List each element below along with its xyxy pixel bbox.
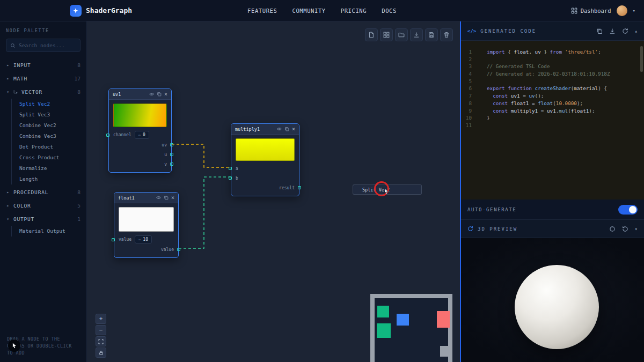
eye-icon[interactable]	[156, 195, 161, 200]
chevron-right-icon: ▸	[6, 190, 10, 195]
chevron-right-icon: ▸	[6, 63, 10, 68]
auto-generate-toggle[interactable]	[618, 205, 638, 215]
fit-view-button[interactable]	[96, 336, 106, 346]
value-input[interactable]: ↔ 10	[135, 235, 152, 243]
code-scrollbar[interactable]	[640, 46, 643, 72]
group-count: 1	[77, 216, 80, 222]
input-port-value[interactable]	[112, 238, 115, 241]
delete-button[interactable]	[440, 28, 453, 41]
input-port-channel[interactable]	[106, 134, 109, 137]
regenerate-code-button[interactable]	[622, 28, 628, 34]
download-button[interactable]	[410, 28, 423, 41]
wire-value-to-b	[179, 177, 231, 248]
node-multiply1-header[interactable]: multiply1 ×	[231, 124, 299, 135]
collapse-preview-chevron[interactable]: ▾	[635, 226, 638, 232]
output-label: result	[279, 186, 295, 190]
node-uv1-header[interactable]: uv1 ×	[109, 89, 171, 100]
download-code-button[interactable]	[609, 28, 616, 34]
palette-item-material-output[interactable]: Material Output	[19, 226, 80, 237]
generated-code-header: </> GENERATED CODE ▴	[461, 21, 644, 41]
nav-link-docs[interactable]: DOCS	[382, 8, 397, 14]
zoom-out-button[interactable]: −	[96, 325, 106, 335]
dashboard-label: Dashboard	[581, 8, 611, 14]
palette-group-output[interactable]: ▾OUTPUT1	[6, 212, 80, 226]
line-number: 3	[461, 63, 477, 70]
palette-group-math[interactable]: ▸MATH17	[6, 72, 80, 85]
zoom-in-button[interactable]: +	[96, 314, 106, 324]
eye-icon[interactable]	[277, 127, 282, 131]
chevron-down-icon[interactable]: ▾	[633, 8, 635, 13]
brand[interactable]: ShaderGraph	[70, 5, 132, 17]
palette-item-cross-product[interactable]: Cross Product	[19, 152, 80, 163]
copy-icon[interactable]	[164, 195, 169, 200]
preview-sphere	[515, 265, 599, 349]
save-button[interactable]	[425, 28, 438, 41]
palette-item-normalize[interactable]: Normalize	[19, 163, 80, 174]
node-float1-header[interactable]: float1 ×	[114, 193, 178, 203]
palette-group-color[interactable]: ▸COLOR5	[6, 199, 80, 212]
open-folder-button[interactable]	[395, 28, 408, 41]
code-lines: 1import { float, uv } from 'three/tsl';2…	[461, 48, 644, 129]
new-file-button[interactable]	[365, 28, 378, 41]
copy-icon[interactable]	[157, 92, 162, 97]
reset-rotation-button[interactable]	[622, 226, 628, 232]
close-icon[interactable]: ×	[171, 195, 174, 201]
input-port-b[interactable]	[229, 176, 232, 180]
palette-item-split-vec2[interactable]: Split Vec2	[19, 99, 80, 109]
lock-button[interactable]	[96, 348, 106, 358]
preview-3d-viewport[interactable]	[461, 238, 644, 362]
node-multiply1[interactable]: multiply1 × a b result	[231, 123, 299, 196]
palette-item-combine-vec3[interactable]: Combine Vec3	[19, 131, 80, 142]
output-port-result[interactable]	[298, 186, 301, 189]
palette-item-split-vec3[interactable]: Split Vec3	[19, 109, 80, 120]
input-port-a[interactable]	[229, 167, 232, 170]
pattern-square-green-1	[377, 306, 389, 317]
palette-item-length[interactable]: Length	[19, 174, 80, 184]
code-editor[interactable]: 1import { float, uv } from 'three/tsl';2…	[461, 41, 644, 200]
node-uv1[interactable]: uv1 × channel ↔ 0 uv	[108, 88, 172, 173]
group-count: 8	[77, 89, 80, 95]
close-icon[interactable]: ×	[164, 92, 167, 97]
search-box[interactable]	[6, 39, 80, 52]
group-count: 8	[77, 62, 80, 68]
uv-test-pattern	[370, 294, 452, 362]
output-label: u	[164, 152, 167, 157]
output-port-value[interactable]	[177, 248, 180, 251]
copy-icon[interactable]	[284, 127, 289, 131]
zoom-controls: + −	[96, 314, 106, 358]
code-line: 3// Generated TSL Code	[461, 63, 644, 70]
canvas-toolbar	[365, 28, 453, 41]
graph-canvas[interactable]: uv1 × channel ↔ 0 uv	[87, 21, 460, 362]
grid-layout-button[interactable]	[380, 28, 393, 41]
close-icon[interactable]: ×	[292, 127, 295, 132]
line-number: 9	[461, 107, 477, 115]
output-port-v[interactable]	[170, 162, 173, 166]
output-port-u[interactable]	[170, 153, 173, 156]
collapse-code-chevron[interactable]: ▴	[635, 28, 638, 34]
palette-group-input[interactable]: ▸INPUT8	[6, 58, 80, 72]
eye-icon[interactable]	[149, 92, 154, 97]
output-port-uv[interactable]	[170, 143, 173, 146]
palette-group-procedural[interactable]: ▸PROCEDURAL8	[6, 186, 80, 199]
group-count: 17	[75, 76, 80, 82]
search-input[interactable]	[19, 42, 76, 48]
avatar[interactable]	[617, 5, 627, 16]
dashboard-link[interactable]: Dashboard	[571, 8, 611, 14]
palette-item-dot-product[interactable]: Dot Product	[19, 142, 80, 152]
auto-generate-row: AUTO-GENERATE	[461, 200, 644, 220]
channel-input[interactable]: ↔ 0	[135, 131, 149, 139]
uv-test-pattern-inner	[375, 298, 448, 362]
node-palette-sidebar: NODE PALETTE ▸INPUT8▸MATH17▾VECTOR8Split…	[0, 21, 87, 362]
nav-link-community[interactable]: COMMUNITY	[292, 8, 325, 14]
palette-group-vector[interactable]: ▾VECTOR8	[6, 85, 80, 99]
node-float1[interactable]: float1 × value ↔ 10 value	[114, 192, 179, 258]
sphere-shape-button[interactable]	[609, 226, 616, 232]
palette-item-combine-vec2[interactable]: Combine Vec2	[19, 120, 80, 131]
nav-link-features[interactable]: FEATURES	[247, 8, 277, 14]
output-label: uv	[162, 143, 167, 147]
grid-icon	[383, 32, 390, 38]
copy-code-button[interactable]	[596, 28, 603, 34]
uv1-channel-row: channel ↔ 0	[113, 130, 167, 140]
palette-items-output: Material Output	[11, 226, 80, 237]
nav-link-pricing[interactable]: PRICING	[341, 8, 367, 14]
